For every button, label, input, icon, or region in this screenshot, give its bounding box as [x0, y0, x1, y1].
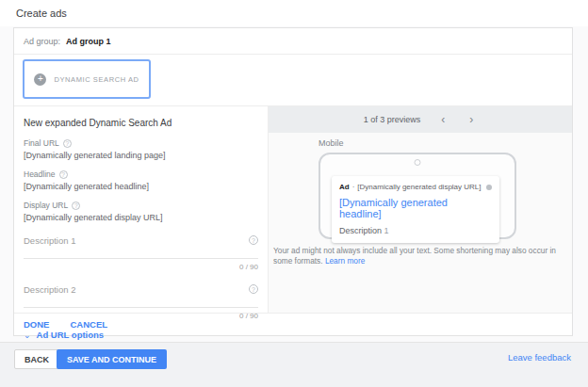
ad-group-row: Ad group: Ad group 1 [14, 28, 572, 55]
preview-display-url: [Dynamically generated display URL] [357, 183, 481, 191]
ad-group-value: Ad group 1 [66, 37, 111, 46]
chevron-right-icon[interactable]: › [466, 114, 477, 125]
description-2-input[interactable]: Description 2 ? [24, 284, 258, 308]
help-icon[interactable]: ? [72, 202, 80, 210]
description-2-counter: 0 / 90 [24, 312, 258, 320]
preview-description: Description [339, 226, 382, 235]
back-button[interactable]: BACK [14, 349, 59, 369]
mobile-device-mockup: Ad · [Dynamically generated display URL]… [318, 153, 516, 239]
ad-url-options-toggle[interactable]: ⌄ Ad URL options [24, 330, 258, 340]
page-header: Create ads [0, 0, 588, 26]
description-1-input[interactable]: Description 1 ? [24, 235, 258, 259]
device-label: Mobile [318, 138, 572, 148]
ad-type-section: + DYNAMIC SEARCH AD [14, 55, 572, 105]
display-url-label: Display URL [24, 201, 68, 210]
ad-editor-body: New expanded Dynamic Search Ad Final URL… [14, 105, 572, 313]
plus-circle-icon: + [34, 73, 46, 86]
leave-feedback-link[interactable]: Leave feedback [508, 352, 571, 363]
ad-url-options-label: Ad URL options [37, 330, 105, 340]
display-url-value: [Dynamically generated display URL] [24, 213, 258, 222]
headline-field: Headline ? [Dynamically generated headli… [24, 169, 258, 191]
description-2-block: Description 2 ? 0 / 90 [24, 284, 258, 320]
display-url-field: Display URL ? [Dynamically generated dis… [24, 201, 258, 222]
separator-dot: · [352, 183, 355, 191]
preview-pager-text: 1 of 3 previews [364, 115, 421, 124]
final-url-label: Final URL [24, 138, 59, 148]
page-title: Create ads [16, 8, 67, 19]
headline-value: [Dynamically generated headline] [24, 182, 258, 191]
ad-form-panel: New expanded Dynamic Search Ad Final URL… [14, 106, 268, 313]
save-and-continue-button[interactable]: SAVE AND CONTINUE [57, 349, 167, 369]
description-1-block: Description 1 ? 0 / 90 [24, 235, 258, 271]
info-icon [486, 185, 492, 190]
headline-label: Headline [24, 169, 56, 179]
ad-badge: Ad [339, 183, 350, 191]
help-icon[interactable]: ? [59, 170, 68, 179]
chevron-left-icon[interactable]: ‹ [437, 114, 449, 125]
description-2-placeholder: Description 2 [24, 284, 75, 295]
camera-icon [415, 159, 421, 166]
chevron-down-icon: ⌄ [24, 331, 31, 340]
cancel-button[interactable]: CANCEL [70, 319, 107, 330]
done-button[interactable]: DONE [24, 319, 49, 330]
dynamic-search-ad-tile[interactable]: + DYNAMIC SEARCH AD [23, 59, 151, 99]
final-url-value: [Dynamically generated landing page] [24, 151, 258, 160]
preview-description-number: 1 [384, 226, 389, 235]
final-url-field: Final URL ? [Dynamically generated landi… [24, 138, 258, 160]
create-ad-card: Ad group: Ad group 1 + DYNAMIC SEARCH AD… [13, 27, 573, 336]
ad-group-label: Ad group: [24, 37, 60, 46]
wizard-footer-bar: BACK SAVE AND CONTINUE Leave feedback [0, 342, 588, 387]
form-title: New expanded Dynamic Search Ad [24, 118, 258, 128]
ad-preview-card: Ad · [Dynamically generated display URL]… [332, 176, 499, 243]
ad-preview-panel: 1 of 3 previews ‹ › Mobile Ad · [Dynamic… [268, 106, 572, 313]
description-1-counter: 0 / 90 [24, 263, 258, 271]
preview-headline-link[interactable]: [Dynamically generated headline] [339, 197, 492, 219]
help-icon[interactable]: ? [63, 139, 72, 148]
preview-disclaimer: Your ad might not always include all you… [273, 246, 563, 266]
description-1-placeholder: Description 1 [24, 235, 75, 246]
learn-more-link[interactable]: Learn more [325, 256, 365, 266]
help-circle-icon: ? [249, 284, 258, 294]
help-circle-icon: ? [249, 235, 258, 245]
ad-type-tile-label: DYNAMIC SEARCH AD [54, 75, 139, 84]
preview-pager-bar: 1 of 3 previews ‹ › [269, 106, 572, 133]
